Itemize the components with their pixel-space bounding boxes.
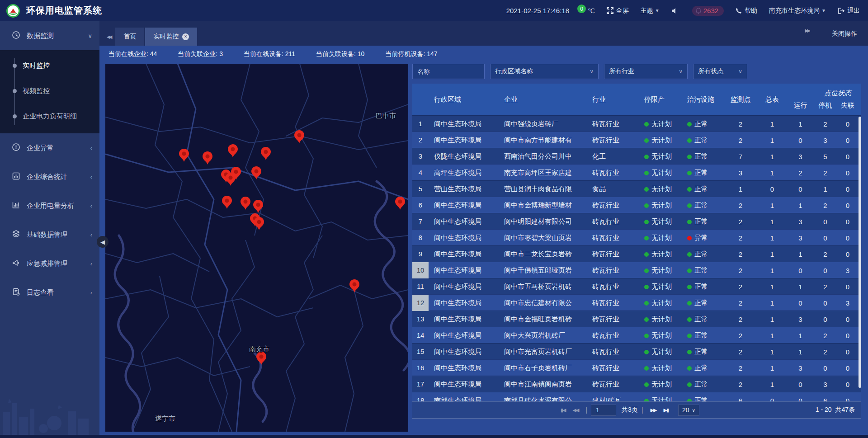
cell-company: 阆中市金福旺页岩机砖 — [499, 315, 587, 324]
page-size-select[interactable]: 20∨ — [678, 405, 699, 416]
map-panel[interactable]: 巴中市南充市遂宁市 — [105, 64, 408, 432]
page-number-input[interactable] — [591, 405, 616, 416]
cell-points: 2 — [725, 348, 756, 356]
cell-region: 阆中生态环境局 — [429, 250, 499, 259]
tab-0[interactable]: 首页 — [115, 28, 144, 46]
status-dot-icon — [687, 236, 692, 240]
monitor-panel: 行政区域名称∨ 所有行业∨ 所有状态∨ 行政区域 企业 行业 停限产 治污设施 … — [412, 64, 861, 432]
status-select[interactable]: 所有状态∨ — [693, 64, 747, 79]
cell-run: 0 — [788, 185, 813, 193]
table-row[interactable]: 10阆中生态环境局阆中千佛镇五郎垭页岩砖瓦行业无计划正常21003 — [412, 262, 861, 278]
cell-meters: 1 — [756, 332, 788, 339]
map-roads — [105, 64, 408, 432]
cell-region: 阆中生态环境局 — [429, 331, 499, 340]
sidebar-item-6[interactable]: 日志查看‹ — [0, 278, 99, 307]
first-page-button[interactable]: ▮◀ — [557, 407, 569, 413]
next-page-button[interactable]: ▶▶ — [647, 407, 660, 413]
status-dot-icon — [644, 203, 649, 208]
table-row[interactable]: 8阆中生态环境局阆中市枣碧大梁山页岩砖瓦行业无计划异常21300 — [412, 229, 861, 245]
org-dropdown[interactable]: 南充市生态环境局▼ — [769, 7, 826, 15]
table-row[interactable]: 2阆中生态环境局阆中市南方节能建材有砖瓦行业无计划正常21030 — [412, 132, 861, 148]
region-select[interactable]: 行政区域名称∨ — [490, 64, 599, 79]
table-row[interactable]: 3仪陇生态环境局西南油气田分公司川中化工无计划正常71350 — [412, 148, 861, 164]
map-pin[interactable] — [349, 279, 360, 293]
sidebar-item-2[interactable]: 企业综合统计‹ — [0, 162, 99, 191]
table-header: 行政区域 企业 行业 停限产 治污设施 监测点 总表 点位状态 运行 停机 失联 — [412, 84, 861, 115]
map-pin[interactable] — [250, 166, 262, 180]
cell-industry: 砖瓦行业 — [587, 250, 639, 259]
table-row[interactable]: 17阆中生态环境局阆中市江南镇阆南页岩砖瓦行业无计划正常21030 — [412, 376, 861, 392]
map-pin[interactable] — [178, 148, 190, 163]
sidebar-item-5[interactable]: 应急减排管理‹ — [0, 249, 99, 278]
map-pin[interactable] — [260, 146, 272, 161]
cell-industry: 砖瓦行业 — [587, 331, 639, 340]
map-pin[interactable] — [202, 151, 213, 165]
sidebar-item-label: 基础数据管理 — [27, 231, 67, 239]
cell-index: 12 — [412, 295, 429, 311]
industry-select[interactable]: 所有行业∨ — [604, 64, 688, 79]
sidebar-subitem-0-1[interactable]: 视频监控 — [0, 78, 99, 104]
status-dot-icon — [644, 187, 649, 192]
theme-dropdown[interactable]: 主题▼ — [641, 7, 660, 15]
map-pin[interactable] — [252, 199, 264, 214]
cell-company: 南部县砖化水泥有限公 — [499, 396, 587, 402]
name-search-input[interactable] — [412, 64, 485, 79]
col-point-status-group: 点位状态 运行 停机 失联 — [788, 84, 858, 115]
cell-run: 1 — [788, 250, 813, 258]
map-pin[interactable] — [253, 217, 265, 231]
sidebar-item-3[interactable]: 企业用电量分析‹ — [0, 191, 99, 220]
cell-points: 6 — [725, 397, 756, 402]
map-pin[interactable] — [227, 144, 239, 158]
tab-1[interactable]: 实时监控✕ — [145, 28, 197, 46]
table-row[interactable]: 11阆中生态环境局阆中市五马桥页岩机砖砖瓦行业无计划正常21120 — [412, 278, 861, 294]
logout-button[interactable]: 退出 — [838, 7, 860, 15]
cell-region: 阆中生态环境局 — [429, 201, 499, 210]
cell-lost: 0 — [838, 348, 858, 356]
map-pin[interactable] — [230, 166, 242, 181]
cell-industry: 砖瓦行业 — [587, 169, 639, 177]
sidebar-item-1[interactable]: 企业异常‹ — [0, 133, 99, 162]
sidebar-collapse-button[interactable]: ◀ — [97, 236, 108, 248]
table-row[interactable]: 16阆中生态环境局阆中市石子页岩机砖厂砖瓦行业无计划正常21300 — [412, 359, 861, 376]
table-row[interactable]: 14阆中生态环境局阆中大兴页岩机砖厂砖瓦行业无计划正常21120 — [412, 327, 861, 343]
table-row[interactable]: 5营山生态环境局营山县润丰肉食品有限食品无计划正常10010 — [412, 180, 861, 197]
sidebar-item-4[interactable]: 基础数据管理‹ — [0, 220, 99, 249]
last-page-button[interactable]: ▶▮ — [660, 407, 672, 413]
close-operations-button[interactable]: 关闭操作 — [832, 30, 857, 38]
fullscreen-button[interactable]: 全屏 — [607, 7, 629, 15]
sidebar-subitem-0-2[interactable]: 企业电力负荷明细 — [0, 104, 99, 129]
prev-page-button[interactable]: ◀◀ — [569, 407, 582, 413]
col-run: 运行 — [788, 101, 813, 110]
col-lost: 失联 — [838, 101, 858, 110]
cell-facility: 正常 — [682, 283, 725, 291]
notification-badge[interactable]: 2632 — [692, 6, 724, 16]
status-dot-icon — [687, 252, 692, 257]
table-row[interactable]: 1阆中生态环境局阆中强锐页岩砖厂砖瓦行业无计划正常21120 — [412, 115, 861, 132]
table-row[interactable]: 12阆中生态环境局阆中市忠信建材有限公砖瓦行业无计划正常21003 — [412, 294, 861, 311]
sidebar-item-0[interactable]: 数据监测∨ — [0, 21, 99, 50]
table-row[interactable]: 4高坪生态环境局南充市高坪区王家店建砖瓦行业无计划正常31220 — [412, 164, 861, 180]
table-row[interactable]: 6阆中生态环境局阆中市金博瑞新型墙材砖瓦行业无计划正常21120 — [412, 197, 861, 213]
tabs-scroll-right-button[interactable]: ▶▶ — [798, 28, 814, 39]
cell-lost: 0 — [838, 316, 858, 323]
table-row[interactable]: 7阆中生态环境局阆中明阳建材有限公司砖瓦行业无计划正常21300 — [412, 213, 861, 229]
cell-facility: 正常 — [682, 136, 725, 145]
sidebar-subitem-0-0[interactable]: 实时监控 — [0, 53, 99, 78]
table-scrollbar[interactable] — [859, 117, 861, 388]
map-pin[interactable] — [394, 196, 406, 211]
tabs-scroll-left-button[interactable]: ◀◀ — [99, 34, 115, 46]
cell-lost: 0 — [838, 397, 858, 402]
table-row[interactable]: 9阆中生态环境局阆中市二龙长宝页岩砖砖瓦行业无计划正常21120 — [412, 245, 861, 262]
help-button[interactable]: 帮助 — [736, 7, 757, 15]
cell-lost: 0 — [838, 202, 858, 209]
tab-close-icon[interactable]: ✕ — [182, 33, 189, 40]
table-row[interactable]: 18南部生态环境局南部县砖化水泥有限公建材|砖瓦无计划正常60060 — [412, 392, 861, 401]
table-row[interactable]: 15阆中生态环境局阆中市光富页岩机砖厂砖瓦行业无计划正常21120 — [412, 343, 861, 359]
map-pin[interactable] — [240, 196, 251, 211]
table-row[interactable]: 13阆中生态环境局阆中市金福旺页岩机砖砖瓦行业无计划正常21300 — [412, 311, 861, 327]
map-pin[interactable] — [293, 130, 305, 144]
mute-button[interactable] — [671, 8, 680, 14]
cell-meters: 0 — [756, 185, 788, 193]
map-pin[interactable] — [221, 195, 233, 210]
cell-meters: 1 — [756, 348, 788, 356]
